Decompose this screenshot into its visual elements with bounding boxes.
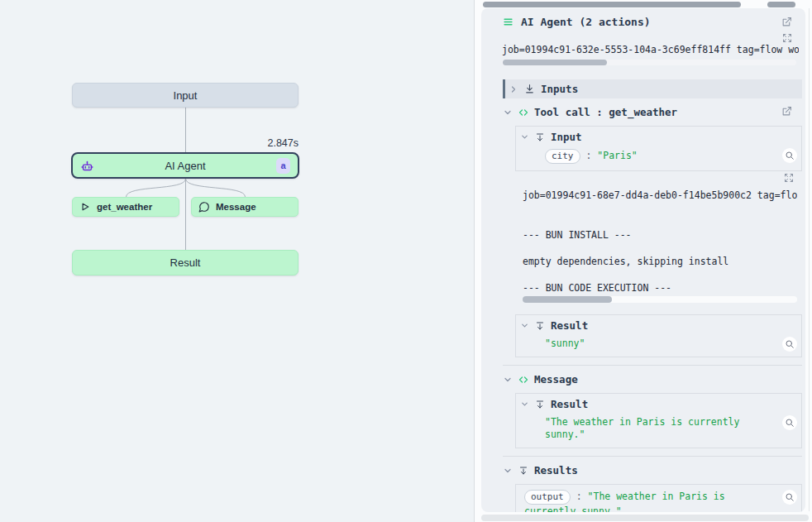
- code-icon: [518, 375, 528, 385]
- tool-input-value: "Paris": [597, 150, 637, 161]
- search-icon[interactable]: [782, 337, 797, 352]
- key-pill: city: [545, 149, 580, 164]
- code-icon: [518, 108, 528, 117]
- tool-result-value: "sunny": [545, 338, 585, 349]
- log-line: empty dependencies, skipping install: [523, 255, 797, 268]
- chevron-right-icon: [509, 84, 518, 94]
- section-divider: [503, 365, 802, 366]
- right-scroll-gutter: [809, 8, 810, 511]
- tool-result-row: "sunny": [516, 333, 801, 357]
- external-link-icon[interactable]: [781, 106, 792, 117]
- log-scrollbar-thumb[interactable]: [503, 60, 607, 65]
- message-section-toggle[interactable]: Message: [503, 371, 802, 388]
- external-link-icon[interactable]: [781, 17, 792, 27]
- log-scrollbar-thumb[interactable]: [523, 296, 612, 303]
- tool-job-log: job=01994c91-68e7-dd4a-deb0-f14be5b900c2…: [515, 183, 802, 295]
- agent-badge: a: [276, 158, 290, 174]
- node-ai-agent-label: AI Agent: [73, 160, 298, 172]
- results-section-toggle[interactable]: Results: [503, 462, 802, 479]
- robot-icon: [80, 159, 94, 173]
- message-bubble-icon: [198, 201, 210, 213]
- message-result-label: Result: [551, 398, 588, 410]
- agent-actions-icon: [503, 17, 513, 27]
- log-line: [523, 242, 797, 255]
- inputs-section-toggle[interactable]: Inputs: [503, 79, 802, 98]
- bottom-scrollbar-track[interactable]: [481, 515, 809, 521]
- tool-input-label: Input: [551, 131, 582, 143]
- ai-agent-duration: 2.847s: [198, 137, 299, 149]
- chevron-down-icon: [520, 132, 529, 141]
- results-section-title: Results: [534, 464, 578, 477]
- message-result-row: "The weather in Paris is currently sunny…: [516, 412, 801, 448]
- log-line: [523, 215, 797, 228]
- panel-title: AI Agent (2 actions): [521, 16, 651, 28]
- node-get-weather-label: get_weather: [97, 202, 152, 212]
- tool-input-toggle[interactable]: Input: [516, 127, 801, 145]
- tool-call-section-title: Tool call : get_weather: [534, 106, 677, 118]
- tool-input-box: Input city : "Paris": [515, 126, 802, 171]
- search-icon[interactable]: [782, 148, 797, 163]
- message-result-value: "The weather in Paris is currently sunny…: [545, 416, 739, 440]
- node-input[interactable]: Input: [72, 83, 299, 108]
- tool-call-section-toggle[interactable]: Tool call : get_weather: [503, 103, 802, 121]
- key-pill: output: [524, 490, 571, 505]
- results-box: output : "The weather in Paris is curren…: [515, 484, 802, 512]
- top-scrollbar-thumb[interactable]: [483, 2, 741, 7]
- arrow-down-from-line-icon: [535, 321, 545, 331]
- message-section-title: Message: [534, 373, 578, 386]
- expand-logs-icon[interactable]: [782, 32, 792, 43]
- results-output-row: output : "The weather in Paris is curren…: [516, 485, 801, 512]
- arrow-down-from-line-icon: [535, 400, 545, 409]
- log-line: job=01994c91-68e7-dd4a-deb0-f14be5b900c2…: [523, 189, 797, 202]
- expand-logs-icon[interactable]: [784, 173, 794, 183]
- flow-canvas[interactable]: Input 2.847s AI Agent a get_weather Mess…: [0, 0, 475, 522]
- log-scrollbar[interactable]: [502, 60, 796, 65]
- node-input-label: Input: [174, 89, 198, 102]
- log-line: [523, 268, 797, 281]
- message-section-body: Result "The weather in Paris is currentl…: [515, 393, 802, 448]
- chevron-down-icon: [503, 466, 513, 476]
- search-icon[interactable]: [782, 490, 797, 505]
- message-result-toggle[interactable]: Result: [516, 394, 801, 412]
- run-detail-panel: AI Agent (2 actions) job=01994c91-632e-5…: [481, 8, 805, 512]
- panel-header: AI Agent (2 actions): [481, 8, 805, 28]
- search-icon[interactable]: [782, 415, 797, 430]
- chevron-down-icon: [503, 375, 513, 385]
- log-line: --- BUN CODE EXECUTION ---: [523, 281, 797, 295]
- arrow-down-from-line-icon: [535, 132, 545, 142]
- node-ai-agent[interactable]: AI Agent a: [71, 152, 299, 179]
- node-get-weather[interactable]: get_weather: [72, 197, 179, 217]
- node-message-label: Message: [216, 202, 256, 212]
- play-icon: [79, 201, 91, 213]
- tool-result-toggle[interactable]: Result: [516, 315, 801, 333]
- inputs-section-label: Inputs: [541, 83, 578, 95]
- top-scrollbar-thumb-2[interactable]: [767, 2, 795, 7]
- tool-call-section-body: Input city : "Paris" job=01994c91-68e7-d…: [515, 126, 802, 357]
- log-line: --- BUN INSTALL ---: [523, 228, 797, 242]
- results-section-body: output : "The weather in Paris is curren…: [515, 484, 802, 512]
- arrow-down-to-line-icon: [524, 84, 535, 94]
- message-result-box: Result "The weather in Paris is currentl…: [515, 393, 802, 448]
- node-result[interactable]: Result: [72, 250, 299, 275]
- chevron-down-icon: [520, 400, 529, 409]
- log-line: [523, 202, 797, 215]
- tool-result-label: Result: [551, 319, 588, 332]
- chevron-down-icon: [520, 321, 529, 330]
- node-result-label: Result: [170, 256, 201, 269]
- chevron-down-icon: [503, 108, 513, 117]
- agent-job-log: job=01994c91-632e-5553-104a-3c69eff814ff…: [502, 44, 799, 55]
- arrow-down-from-line-icon: [518, 466, 528, 476]
- node-message[interactable]: Message: [191, 197, 299, 217]
- log-scrollbar[interactable]: [523, 296, 797, 303]
- section-divider: [503, 456, 802, 457]
- tool-input-kv-row: city : "Paris": [516, 145, 801, 170]
- tool-result-box: Result "sunny": [515, 314, 802, 357]
